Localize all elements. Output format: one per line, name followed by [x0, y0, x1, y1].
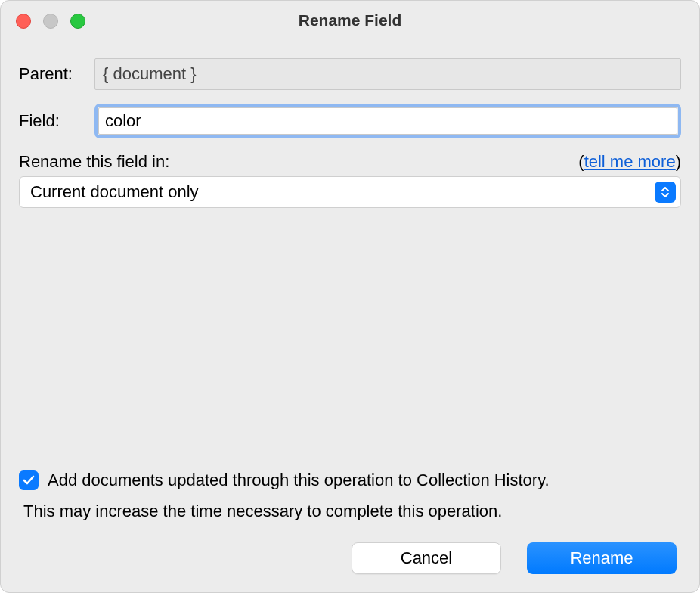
tell-me-more-link[interactable]: tell me more	[584, 152, 676, 171]
field-focus-ring	[94, 104, 681, 138]
zoom-window-icon[interactable]	[70, 14, 85, 29]
field-label: Field:	[19, 111, 94, 131]
cancel-button[interactable]: Cancel	[352, 542, 501, 574]
scope-select[interactable]: Current document only	[19, 176, 681, 208]
minimize-window-icon	[43, 14, 58, 29]
close-window-icon[interactable]	[16, 14, 31, 29]
field-row: Field:	[19, 104, 681, 138]
history-checkbox[interactable]	[19, 470, 39, 490]
scope-select-value: Current document only	[30, 182, 199, 202]
scope-label: Rename this field in:	[19, 152, 169, 172]
dropdown-stepper-icon[interactable]	[655, 182, 676, 203]
parent-value-display: { document }	[94, 58, 681, 90]
history-hint: This may increase the time necessary to …	[23, 501, 681, 521]
dialog-window: Rename Field Parent: { document } Field:…	[0, 0, 700, 593]
parent-label: Parent:	[19, 64, 94, 84]
titlebar: Rename Field	[1, 1, 699, 40]
help-container: (tell me more)	[578, 152, 681, 172]
options-panel: Add documents updated through this opera…	[19, 470, 681, 521]
scope-header: Rename this field in: (tell me more)	[19, 152, 681, 172]
help-paren-close: )	[676, 152, 681, 171]
field-name-input[interactable]	[98, 107, 677, 135]
dialog-buttons: Cancel Rename	[352, 542, 677, 574]
window-controls	[16, 14, 85, 29]
help-paren-open: (	[578, 152, 584, 171]
dialog-content: Parent: { document } Field: Rename this …	[1, 40, 699, 208]
checkmark-icon	[22, 473, 36, 487]
history-option-row: Add documents updated through this opera…	[19, 470, 681, 490]
rename-button[interactable]: Rename	[527, 542, 677, 574]
window-title: Rename Field	[299, 11, 402, 29]
history-checkbox-label: Add documents updated through this opera…	[48, 470, 550, 490]
parent-row: Parent: { document }	[19, 58, 681, 90]
